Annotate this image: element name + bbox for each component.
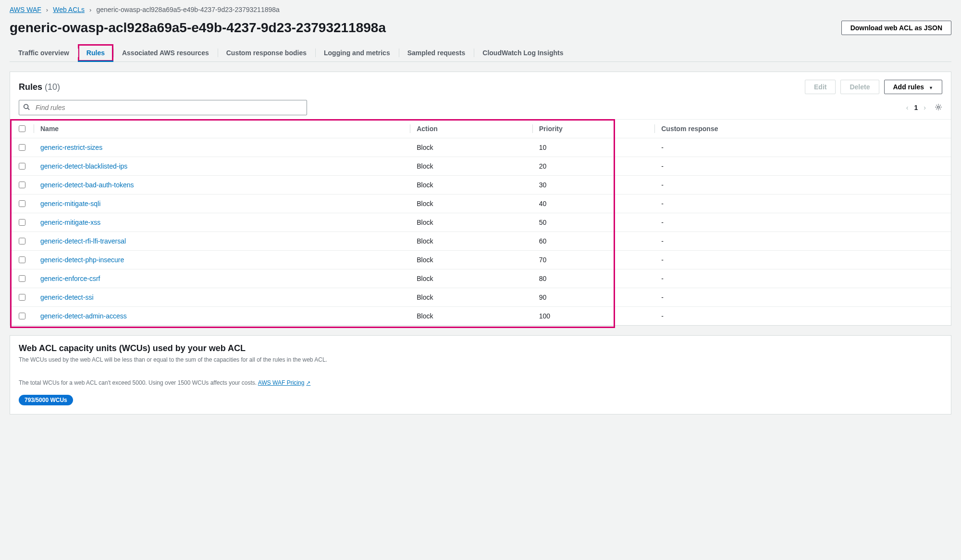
rule-priority: 90 [532,288,655,307]
table-row: generic-detect-php-insecure Block 70 - [10,251,951,269]
row-checkbox[interactable] [19,219,25,226]
page-title: generic-owasp-acl928a69a5-e49b-4237-9d23… [10,20,386,36]
rule-priority: 60 [532,232,655,251]
tab-bar: Traffic overviewRulesAssociated AWS reso… [10,44,951,62]
row-checkbox[interactable] [19,275,25,282]
rule-custom-response: - [654,251,951,269]
rule-name-link[interactable]: generic-detect-rfi-lfi-traversal [40,237,126,245]
wcu-note-text: The total WCUs for a web ACL can't excee… [19,379,258,386]
table-row: generic-detect-admin-access Block 100 - [10,307,951,326]
edit-button[interactable]: Edit [805,80,836,94]
rule-custom-response: - [654,157,951,176]
pricing-link[interactable]: AWS WAF Pricing [258,379,310,386]
rule-name-link[interactable]: generic-detect-bad-auth-tokens [40,181,134,189]
rule-custom-response: - [654,213,951,232]
rule-priority: 10 [532,138,655,157]
tab-custom-response-bodies[interactable]: Custom response bodies [218,44,315,61]
page-number: 1 [914,104,918,111]
rule-name-link[interactable]: generic-detect-php-insecure [40,256,124,264]
row-checkbox[interactable] [19,200,25,207]
table-row: generic-mitigate-xss Block 50 - [10,213,951,232]
column-custom-response[interactable]: Custom response [654,120,951,138]
rule-name-link[interactable]: generic-detect-ssi [40,293,94,301]
download-json-button[interactable]: Download web ACL as JSON [841,21,951,35]
search-wrapper [19,100,307,115]
rule-action: Block [410,157,532,176]
rules-panel-title: Rules (10) [19,82,60,92]
rule-name-link[interactable]: generic-mitigate-sqli [40,200,100,207]
rule-custom-response: - [654,176,951,195]
next-page-icon[interactable]: › [923,103,927,112]
tab-logging-and-metrics[interactable]: Logging and metrics [315,44,399,61]
wcu-badge: 793/5000 WCUs [19,395,73,405]
table-row: generic-mitigate-sqli Block 40 - [10,195,951,213]
chevron-right-icon: › [46,6,48,13]
column-priority[interactable]: Priority [532,120,655,138]
rules-count: (10) [45,82,60,92]
column-action[interactable]: Action [410,120,532,138]
page-header: generic-owasp-acl928a69a5-e49b-4237-9d23… [10,20,951,44]
rule-action: Block [410,213,532,232]
table-header-row: Name Action Priority Custom response [10,120,951,138]
breadcrumb-level-2[interactable]: Web ACLs [53,6,85,13]
rule-priority: 100 [532,307,655,326]
tab-rules[interactable]: Rules [78,44,113,61]
rule-priority: 70 [532,251,655,269]
column-name[interactable]: Name [34,120,410,138]
wcu-description: The WCUs used by the web ACL will be les… [19,356,942,363]
rules-title-text: Rules [19,82,42,92]
row-checkbox[interactable] [19,256,25,263]
tab-associated-aws-resources[interactable]: Associated AWS resources [113,44,218,61]
rule-name-link[interactable]: generic-detect-admin-access [40,312,127,320]
rule-action: Block [410,269,532,288]
rule-priority: 20 [532,157,655,176]
table-row: generic-restrict-sizes Block 10 - [10,138,951,157]
wcu-panel: Web ACL capacity units (WCUs) used by yo… [10,335,951,414]
breadcrumb: AWS WAF › Web ACLs › generic-owasp-acl92… [10,2,951,20]
rule-custom-response: - [654,232,951,251]
add-rules-button[interactable]: Add rules [884,80,943,94]
rule-action: Block [410,307,532,326]
row-checkbox[interactable] [19,313,25,319]
svg-line-1 [28,108,30,110]
row-checkbox[interactable] [19,144,25,151]
gear-icon[interactable] [935,103,942,112]
rule-custom-response: - [654,195,951,213]
svg-point-2 [937,106,939,108]
rule-name-link[interactable]: generic-enforce-csrf [40,275,100,282]
search-input[interactable] [19,100,307,115]
rules-panel: Rules (10) Edit Delete Add rules ‹ 1 › [10,72,951,326]
rule-priority: 30 [532,176,655,195]
tab-cloudwatch-log-insights[interactable]: CloudWatch Log Insights [474,44,572,61]
wcu-title: Web ACL capacity units (WCUs) used by yo… [19,343,942,353]
table-row: generic-detect-ssi Block 90 - [10,288,951,307]
breadcrumb-level-1[interactable]: AWS WAF [10,6,41,13]
rules-table: Name Action Priority Custom response gen… [10,119,951,325]
rule-name-link[interactable]: generic-detect-blacklisted-ips [40,162,127,170]
row-checkbox[interactable] [19,163,25,170]
svg-point-0 [24,104,28,109]
table-row: generic-detect-bad-auth-tokens Block 30 … [10,176,951,195]
prev-page-icon[interactable]: ‹ [905,103,910,112]
rule-priority: 50 [532,213,655,232]
table-row: generic-enforce-csrf Block 80 - [10,269,951,288]
select-all-checkbox[interactable] [19,125,25,132]
table-row: generic-detect-rfi-lfi-traversal Block 6… [10,232,951,251]
row-checkbox[interactable] [19,238,25,244]
delete-button[interactable]: Delete [840,80,879,94]
pager: ‹ 1 › [905,103,942,112]
rule-custom-response: - [654,138,951,157]
rule-name-link[interactable]: generic-restrict-sizes [40,144,102,151]
rule-action: Block [410,138,532,157]
rule-custom-response: - [654,307,951,326]
rule-priority: 80 [532,269,655,288]
row-checkbox[interactable] [19,182,25,188]
chevron-right-icon: › [89,6,91,13]
row-checkbox[interactable] [19,294,25,301]
tab-traffic-overview[interactable]: Traffic overview [10,44,78,61]
tab-sampled-requests[interactable]: Sampled requests [399,44,474,61]
rule-priority: 40 [532,195,655,213]
breadcrumb-current: generic-owasp-acl928a69a5-e49b-4237-9d23… [96,6,279,13]
rule-name-link[interactable]: generic-mitigate-xss [40,219,100,226]
rule-action: Block [410,251,532,269]
